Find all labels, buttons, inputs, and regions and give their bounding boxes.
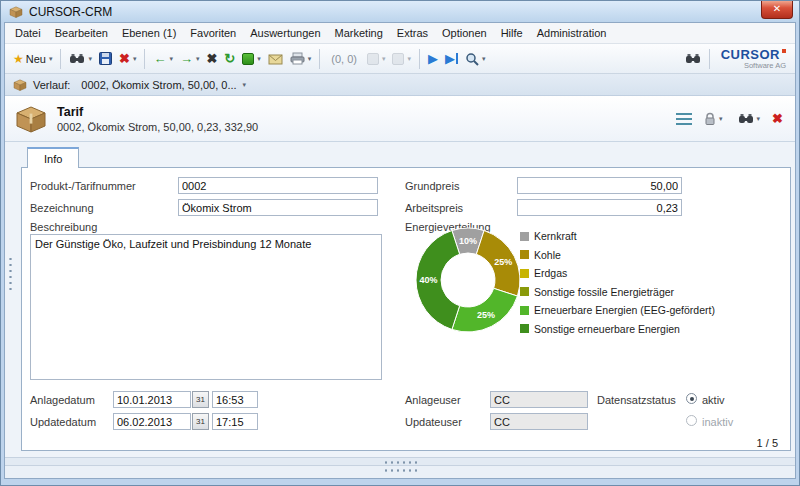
- produkt-tarifnummer-label: Produkt-/Tarifnummer: [30, 180, 136, 192]
- tab-info[interactable]: Info: [27, 147, 79, 168]
- window-title: CURSOR-CRM: [29, 5, 112, 19]
- left-splitter-grip[interactable]: [8, 256, 13, 294]
- global-search-button[interactable]: [682, 51, 704, 67]
- updateuser-input[interactable]: [490, 413, 588, 430]
- new-button-label: Neu: [26, 53, 46, 65]
- entity-title: Tarif: [57, 105, 666, 119]
- menu-icon[interactable]: [676, 110, 692, 128]
- back-button[interactable]: ← ▾: [150, 50, 176, 68]
- legend-swatch-icon: [520, 250, 529, 259]
- menu-administration[interactable]: Administration: [530, 24, 614, 42]
- lock-button[interactable]: ▾: [701, 110, 726, 128]
- bezeichnung-input[interactable]: [178, 199, 378, 216]
- updatedatum-calendar-button[interactable]: 31: [192, 413, 209, 430]
- produkt-tarifnummer-input[interactable]: [178, 177, 378, 194]
- chevron-down-icon: ▾: [196, 55, 200, 63]
- splitter-grip-icon: [383, 468, 417, 473]
- chevron-down-icon: ▾: [757, 115, 761, 123]
- anlagedatum-input[interactable]: [113, 391, 191, 408]
- svg-text:25%: 25%: [477, 310, 495, 320]
- menu-bearbeiten[interactable]: Bearbeiten: [48, 24, 115, 42]
- chevron-down-icon: ▾: [49, 55, 53, 63]
- app-icon: [9, 6, 23, 18]
- legend-swatch-icon: [520, 232, 529, 241]
- menu-hilfe[interactable]: Hilfe: [494, 24, 530, 42]
- titlebar[interactable]: CURSOR-CRM: [1, 1, 799, 22]
- forward-button[interactable]: → ▾: [177, 50, 203, 68]
- status-aktiv-label: aktiv: [702, 394, 725, 406]
- status-aktiv-radio[interactable]: [686, 393, 697, 404]
- record-actions: ▾ ▾ ✖: [676, 110, 783, 128]
- print-button[interactable]: ▾: [287, 50, 315, 67]
- svg-text:40%: 40%: [419, 275, 437, 285]
- anlageuser-input[interactable]: [490, 391, 588, 408]
- toolbar-separator: [319, 49, 320, 69]
- export-button[interactable]: ▾: [239, 51, 264, 67]
- datensatzstatus-label: Datensatzstatus: [597, 394, 676, 406]
- page-indicator: 1 / 5: [757, 437, 778, 449]
- record-search-button[interactable]: ▾: [735, 111, 764, 127]
- menu-extras[interactable]: Extras: [390, 24, 435, 42]
- legend-label: Erdgas: [534, 267, 567, 279]
- skip-workflow-button[interactable]: ▶: [442, 50, 461, 68]
- chart-button[interactable]: ▾: [389, 51, 414, 67]
- menu-marketing[interactable]: Marketing: [328, 24, 390, 42]
- legend-label: Erneuerbare Energien (EEG-gefördert): [534, 304, 715, 316]
- menu-datei[interactable]: Datei: [8, 24, 48, 42]
- legend-item: Kohle: [520, 249, 715, 261]
- legend-item: Sonstige fossile Energieträger: [520, 286, 715, 298]
- forward-icon: →: [180, 52, 193, 66]
- beschreibung-textarea[interactable]: Der Günstige Öko, Laufzeit und Preisbind…: [30, 234, 382, 380]
- menu-auswertungen[interactable]: Auswertungen: [243, 24, 327, 42]
- delete-button[interactable]: ✖ ▾: [116, 50, 139, 68]
- menu-optionen[interactable]: Optionen: [435, 24, 494, 42]
- legend-label: Sonstige fossile Energieträger: [534, 286, 674, 298]
- legend-item: Sonstige erneuerbare Energien: [520, 323, 715, 335]
- client-area: Datei Bearbeiten Ebenen (1) Favoriten Au…: [4, 22, 796, 479]
- chevron-down-icon: ▾: [482, 55, 486, 63]
- anlagezeit-input[interactable]: [212, 391, 258, 408]
- toolbar-separator: [144, 49, 145, 69]
- legend-item: Erneuerbare Energien (EEG-gefördert): [520, 304, 715, 316]
- legend-swatch-icon: [520, 287, 529, 296]
- bezeichnung-label: Bezeichnung: [30, 202, 94, 214]
- close-icon: ✕: [773, 3, 781, 14]
- close-record-icon[interactable]: ✖: [772, 112, 783, 126]
- user-search-button[interactable]: ▾: [462, 50, 489, 68]
- grundpreis-input[interactable]: [517, 177, 682, 194]
- save-button[interactable]: [96, 50, 115, 67]
- printer-icon: [290, 52, 305, 65]
- start-workflow-button[interactable]: ▶: [425, 50, 441, 68]
- cut-button[interactable]: ✖: [203, 50, 220, 68]
- record-header: Tarif 0002, Ökomix Strom, 50,00, 0,23, 3…: [5, 96, 795, 142]
- anlagedatum-calendar-button[interactable]: 31: [192, 391, 209, 408]
- status-inaktiv-radio[interactable]: [686, 415, 697, 426]
- chart-icon: [392, 53, 404, 65]
- legend-label: Kohle: [534, 249, 561, 261]
- report-button[interactable]: ▾: [364, 51, 389, 67]
- toolbar-separator: [419, 49, 420, 69]
- magnifier-icon: [465, 52, 479, 66]
- legend-item: Erdgas: [520, 267, 715, 279]
- cut-icon: ✖: [206, 52, 217, 66]
- toolbar-separator: [60, 49, 61, 69]
- menu-ebenen[interactable]: Ebenen (1): [115, 24, 183, 42]
- bottom-splitter[interactable]: [5, 457, 795, 465]
- window-close-button[interactable]: ✕: [761, 1, 793, 19]
- mail-button[interactable]: [265, 51, 286, 67]
- refresh-button[interactable]: ↻: [221, 50, 238, 68]
- chevron-down-icon: ▾: [407, 55, 411, 63]
- arbeitspreis-input[interactable]: [517, 199, 682, 216]
- verlauf-bar: Verlauf: 0002, Ökomix Strom, 50,00, 0...…: [5, 74, 795, 96]
- legend-swatch-icon: [520, 306, 529, 315]
- menu-favoriten[interactable]: Favoriten: [183, 24, 243, 42]
- new-button[interactable]: ★ Neu ▾: [10, 50, 55, 68]
- verlauf-dropdown[interactable]: 0002, Ökomix Strom, 50,00, 0... ▾: [76, 78, 251, 92]
- updatedatum-input[interactable]: [113, 413, 191, 430]
- chevron-down-icon: ▾: [719, 115, 723, 123]
- legend-swatch-icon: [520, 269, 529, 278]
- search-button[interactable]: ▾: [66, 51, 95, 67]
- status-bar[interactable]: [5, 465, 795, 478]
- logo-dot-icon: [782, 49, 786, 53]
- updatezeit-input[interactable]: [212, 413, 258, 430]
